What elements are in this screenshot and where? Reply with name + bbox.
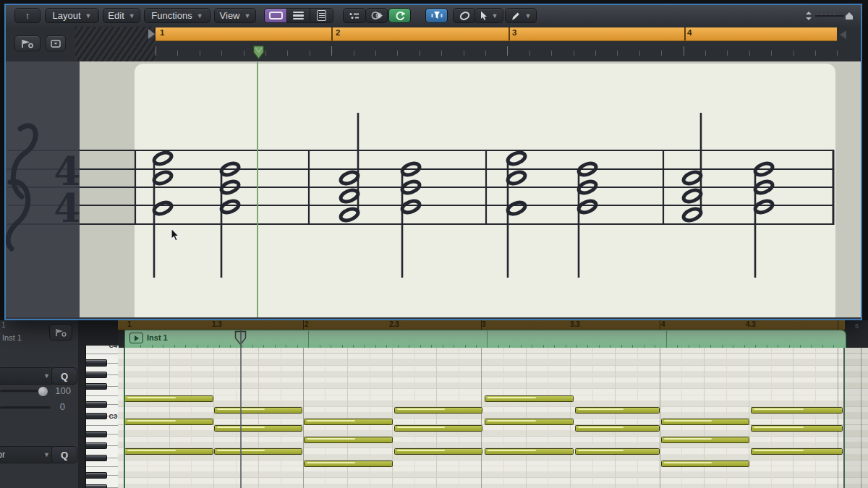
ruler-tick — [705, 51, 706, 56]
midi-out-button[interactable] — [365, 8, 388, 23]
catch-playhead-button[interactable] — [14, 35, 41, 51]
black-key[interactable] — [86, 413, 107, 419]
grid-beat-line — [392, 348, 393, 488]
quantize-dropdown[interactable]: te ▼ — [0, 367, 55, 385]
midi-note[interactable] — [575, 425, 660, 432]
midi-note[interactable] — [751, 407, 843, 414]
piano-roll-playhead[interactable] — [240, 330, 242, 488]
midi-note[interactable] — [304, 419, 393, 425]
header-hatch-texture — [75, 27, 156, 61]
grid-row — [118, 472, 868, 478]
wrapped-view-button[interactable] — [287, 8, 310, 23]
midi-note[interactable] — [214, 425, 302, 432]
menu-layout[interactable]: Layout▼ — [45, 8, 99, 23]
midi-note[interactable] — [575, 407, 660, 414]
grid-beat-line — [749, 348, 749, 488]
menu-label: Layout — [53, 10, 81, 21]
region-play-button[interactable] — [129, 333, 143, 343]
midi-note[interactable] — [394, 407, 482, 414]
black-key[interactable] — [86, 372, 107, 378]
midi-note[interactable] — [304, 437, 393, 443]
region-name: Inst 1 — [147, 333, 168, 342]
midi-note[interactable] — [394, 448, 482, 455]
ruler-bar-line — [331, 27, 333, 40]
piano-roll-grid[interactable] — [118, 348, 868, 488]
midi-note[interactable] — [485, 395, 574, 402]
midi-note[interactable] — [661, 437, 749, 443]
midi-note[interactable] — [751, 425, 843, 432]
ruler-bar-number: 4 — [661, 320, 665, 328]
bar-ruler[interactable]: 1234 — [156, 27, 837, 41]
score-content[interactable]: 44 — [6, 61, 861, 317]
quantize-apply-button[interactable]: Q — [51, 367, 77, 385]
score-toolbar: ↑ Layout▼ Edit▼ Functions▼ View▼ — [6, 5, 861, 27]
black-key[interactable] — [86, 383, 107, 390]
midi-note[interactable] — [485, 448, 574, 455]
menu-view[interactable]: View▼ — [214, 8, 256, 23]
pencil-tool-button[interactable]: ▼ — [505, 8, 537, 23]
velocity-slider-knob[interactable] — [38, 386, 48, 397]
grid-beat-line — [681, 348, 682, 488]
score-page[interactable] — [135, 64, 835, 317]
region-header[interactable]: Inst 1 — [124, 330, 846, 348]
page-view-button[interactable] — [310, 8, 333, 23]
ruler-tick — [617, 51, 618, 56]
zoom-control[interactable] — [804, 8, 856, 23]
ruler-bar-line — [303, 320, 304, 330]
ruler-tick — [177, 51, 178, 56]
menu-edit[interactable]: Edit▼ — [103, 8, 140, 23]
black-key[interactable] — [86, 484, 107, 488]
midi-note[interactable] — [485, 419, 574, 425]
region-tick — [487, 331, 488, 348]
ruler-tick — [397, 51, 398, 56]
midi-in-filter-button[interactable] — [425, 8, 448, 23]
scale-dropdown[interactable]: Major ▼ — [0, 446, 55, 463]
white-key-separator — [86, 466, 119, 467]
grid-beat-line — [704, 348, 705, 488]
ruler-tick — [265, 51, 266, 56]
midi-note[interactable] — [575, 448, 660, 455]
midi-note[interactable] — [751, 448, 843, 455]
midi-note[interactable] — [124, 395, 213, 402]
black-key[interactable] — [86, 442, 107, 449]
link-button[interactable] — [453, 8, 476, 23]
ruler-tick — [287, 51, 288, 56]
midi-note[interactable] — [661, 419, 749, 425]
grid-beat-line — [526, 348, 527, 488]
pointer-tool-button[interactable]: ▼ — [475, 8, 503, 23]
midi-note[interactable] — [394, 425, 482, 432]
menu-functions[interactable]: Functions▼ — [144, 8, 210, 23]
page-view-icon — [317, 10, 326, 21]
piano-keyboard[interactable]: C4C3 — [78, 320, 118, 488]
view-options-button[interactable] — [46, 35, 66, 51]
midi-note[interactable] — [124, 448, 213, 455]
octave-label: C3 — [109, 413, 117, 420]
black-key[interactable] — [86, 431, 107, 437]
midi-note[interactable] — [214, 448, 302, 455]
midi-note[interactable] — [304, 461, 393, 467]
black-key[interactable] — [86, 472, 107, 479]
ruler-tick — [661, 51, 662, 56]
midi-note[interactable] — [124, 419, 213, 425]
ruler-start-marker — [148, 29, 155, 39]
linear-view-button[interactable] — [264, 8, 287, 23]
filter-funnel-icon — [431, 11, 443, 20]
midi-note[interactable] — [661, 461, 749, 467]
details-button[interactable] — [343, 8, 366, 23]
hierarchy-up-button[interactable]: ↑ — [14, 8, 41, 23]
scale-apply-button[interactable]: Q — [51, 446, 77, 463]
catch-playhead-button[interactable] — [49, 325, 72, 341]
black-key[interactable] — [86, 401, 107, 408]
grid-beat-line — [414, 348, 415, 488]
midi-note[interactable] — [214, 407, 302, 414]
black-key[interactable] — [86, 359, 107, 366]
ruler-bar-number: 2 — [336, 28, 340, 37]
cycle-swirl-button[interactable] — [388, 8, 411, 23]
wrapped-view-icon — [293, 12, 304, 20]
notation-canvas[interactable]: 44 — [6, 61, 861, 317]
grid-beat-line — [570, 348, 571, 488]
piano-roll-ruler[interactable]: 11.322.333.344.3 — [118, 320, 845, 330]
score-playhead-marker[interactable] — [252, 45, 265, 60]
black-key[interactable] — [86, 455, 107, 461]
piano-keys[interactable]: C4C3 — [85, 346, 119, 488]
